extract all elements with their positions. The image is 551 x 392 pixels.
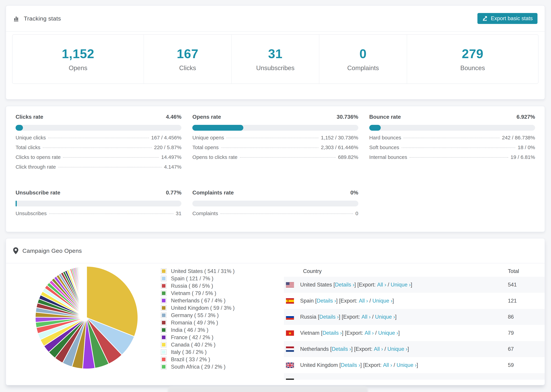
legend-item[interactable]: Germany ( 55 / 3% ) (161, 312, 235, 319)
rate-detail-row: Opens to clicks rate689.82% (192, 154, 358, 164)
export-label: Export: (365, 362, 383, 368)
rate-detail-row: Unsubscribes31 (15, 210, 181, 220)
export-all-link[interactable]: All › (361, 314, 370, 320)
legend-item[interactable]: Brazil ( 33 / 2% ) (161, 356, 235, 363)
legend-item[interactable]: Netherlands ( 67 / 4% ) (161, 297, 235, 304)
total-value: 79 (508, 330, 514, 336)
legend-label: Vietnam ( 79 / 5% ) (171, 290, 216, 296)
details-link[interactable]: Details › (332, 346, 351, 352)
legend-label: Russia ( 86 / 5% ) (171, 283, 213, 289)
stat-opens-value: 1,152 (62, 47, 94, 61)
legend-item[interactable]: Spain ( 121 / 7% ) (161, 275, 235, 282)
unsubscribe-rate-block: Unsubscribe rate 0.77% Unsubscribes31 (15, 189, 181, 220)
legend-swatch-icon (161, 342, 167, 348)
bounce-rate-block: Bounce rate 6.927% Hard bounces242 / 86.… (369, 114, 535, 174)
details-link[interactable]: Details › (317, 298, 336, 304)
country-name: Russia (300, 314, 318, 320)
pie-legend: United States ( 541 / 31% )Spain ( 121 /… (161, 267, 235, 371)
bounce-rate-progressbar (369, 125, 535, 131)
details-link[interactable]: Details › (335, 282, 354, 288)
bracket: [ (333, 282, 335, 288)
legend-swatch-icon (161, 364, 167, 370)
country-name: Netherlands (300, 346, 330, 352)
details-link[interactable]: Details › (341, 362, 360, 368)
clicks-rate-block: Clicks rate 4.46% Unique clicks167 / 4.4… (15, 114, 181, 174)
legend-label: France ( 42 / 2% ) (171, 334, 213, 341)
stat-bounces-value: 279 (462, 47, 483, 61)
export-unique-link[interactable]: Unique › (387, 346, 407, 352)
export-icon (482, 15, 488, 21)
stat-unsubscribes: 31 Unsubscribes (232, 35, 319, 84)
legend-swatch-icon (161, 283, 167, 289)
table-row: United States [Details ›] [Export: All ›… (284, 277, 545, 293)
legend-item[interactable]: Italy ( 36 / 2% ) (161, 348, 235, 356)
stat-complaints-value: 0 (360, 47, 367, 61)
total-value: 59 (508, 362, 514, 368)
legend-item[interactable]: India ( 46 / 3% ) (161, 326, 235, 334)
complaints-rate-progressbar (192, 201, 358, 206)
export-all-link[interactable]: All › (377, 282, 386, 288)
legend-label: United States ( 541 / 31% ) (171, 268, 235, 274)
legend-label: India ( 46 / 3% ) (171, 327, 208, 333)
separator: / (383, 346, 387, 352)
export-unique-link[interactable]: Unique › (391, 282, 411, 288)
legend-label: South Africa ( 29 / 2% ) (171, 364, 226, 370)
complaints-rate-title: Complaints rate (192, 189, 234, 196)
legend-item[interactable]: United Kingdom ( 59 / 3% ) (161, 304, 235, 312)
separator: / (368, 298, 372, 304)
pie-slice[interactable] (86, 266, 87, 318)
geo-pie-chart[interactable] (30, 261, 143, 374)
stats-row: 1,152 Opens 167 Clicks 31 Unsubscribes 0… (12, 34, 538, 84)
export-unique-link[interactable]: Unique › (396, 362, 417, 368)
flag-netherlands-icon (286, 347, 294, 352)
stat-clicks-value: 167 (177, 47, 198, 61)
legend-item[interactable]: France ( 42 / 2% ) (161, 334, 235, 341)
bracket: [ (339, 362, 341, 368)
legend-item[interactable]: Romania ( 49 / 3% ) (161, 319, 235, 326)
stat-bounces: 279 Bounces (407, 35, 538, 84)
legend-item[interactable]: Russia ( 86 / 5% ) (161, 282, 235, 290)
complaints-rate-block: Complaints rate 0% Complaints0 (192, 189, 358, 220)
bracket: ] [ (342, 330, 346, 336)
bracket: ] [ (351, 346, 356, 352)
details-link[interactable]: Details › (319, 314, 339, 320)
legend-item[interactable]: South Africa ( 29 / 2% ) (161, 363, 235, 371)
export-unique-link[interactable]: Unique › (372, 298, 392, 304)
export-label: Export: (343, 314, 361, 320)
bracket: ] (392, 298, 394, 304)
rate-detail-row: Unique opens1,152 / 30.736% (192, 135, 358, 145)
legend-item[interactable]: Canada ( 40 / 2% ) (161, 341, 235, 348)
legend-swatch-icon (161, 320, 167, 325)
country-name: Spain (300, 298, 315, 304)
export-all-link[interactable]: All › (359, 298, 368, 304)
bar-chart-icon (13, 15, 20, 22)
clicks-rate-title: Clicks rate (15, 114, 43, 120)
rate-detail-row: Internal bounces19 / 6.81% (369, 154, 535, 164)
export-all-link[interactable]: All › (383, 362, 392, 368)
bounce-rate-value: 6.927% (516, 114, 535, 120)
legend-item[interactable]: United States ( 541 / 31% ) (161, 267, 235, 275)
flag-russia-icon (286, 314, 294, 320)
bracket: ] (407, 346, 409, 352)
table-row: Russia [Details ›] [Export: All › / Uniq… (284, 309, 545, 325)
geo-header: Campaign Geo Opens (6, 238, 545, 263)
geo-table-header: Country Total (284, 266, 545, 277)
stat-clicks: 167 Clicks (144, 35, 232, 84)
flag-germany-icon (286, 379, 294, 380)
stat-complaints-label: Complaints (347, 64, 379, 72)
export-button-label: Export basic stats (491, 15, 533, 21)
export-basic-stats-button[interactable]: Export basic stats (477, 13, 537, 24)
stat-opens-label: Opens (69, 64, 87, 72)
legend-item[interactable]: Vietnam ( 79 / 5% ) (161, 290, 235, 297)
tracking-stats-header: Tracking stats Export basic stats (6, 6, 545, 32)
legend-swatch-icon (161, 290, 167, 296)
export-unique-link[interactable]: Unique › (375, 314, 395, 320)
export-all-link[interactable]: All › (365, 330, 374, 336)
legend-swatch-icon (161, 276, 167, 281)
legend-label: Italy ( 36 / 2% ) (171, 349, 206, 355)
export-unique-link[interactable]: Unique › (378, 330, 398, 336)
export-all-link[interactable]: All › (374, 346, 383, 352)
details-link[interactable]: Details › (322, 330, 342, 336)
legend-swatch-icon (161, 335, 167, 340)
legend-label: Canada ( 40 / 2% ) (171, 342, 215, 348)
